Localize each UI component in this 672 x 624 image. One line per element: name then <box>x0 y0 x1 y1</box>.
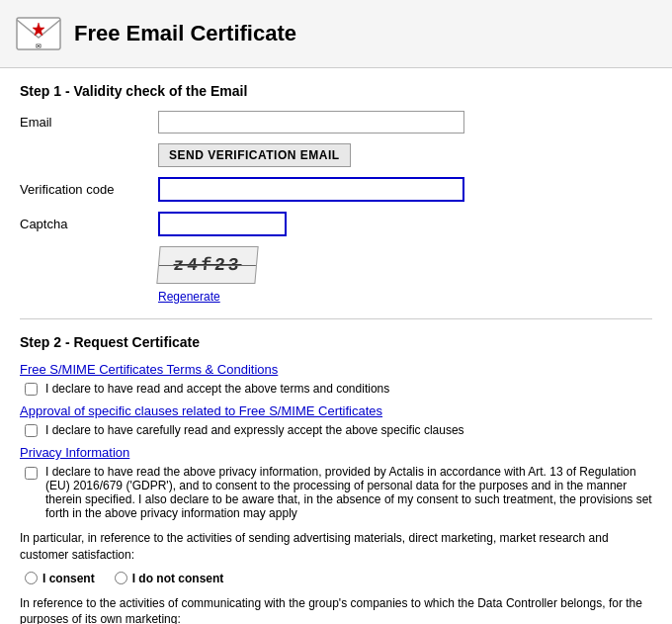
consent2-description: In reference to the activities of commun… <box>20 595 652 624</box>
privacy-checkbox-label: I declare to have read the above privacy… <box>45 465 652 520</box>
consent1-disagree-radio[interactable] <box>115 572 127 584</box>
consent1-agree-option[interactable]: I consent <box>25 572 95 585</box>
page-wrapper: ✉ Free Email Certificate Step 1 - Validi… <box>0 0 672 624</box>
terms-checkbox-row: I declare to have read and accept the ab… <box>25 382 652 396</box>
terms-checkbox[interactable] <box>25 383 38 396</box>
consent1-agree-label: I consent <box>42 572 95 585</box>
consent1-description: In particular, in reference to the activ… <box>20 530 652 564</box>
captcha-image: z4f23 <box>156 246 258 284</box>
approval-checkbox-row: I declare to have carefully read and exp… <box>25 423 652 437</box>
captcha-text: z4f23 <box>173 255 243 275</box>
header: ✉ Free Email Certificate <box>0 0 672 68</box>
send-button-row: SEND VERIFICATION EMAIL <box>20 143 652 177</box>
consent2-section: In reference to the activities of commun… <box>20 595 652 624</box>
svg-text:✉: ✉ <box>36 43 42 49</box>
approval-link[interactable]: Approval of specific clauses related to … <box>20 403 652 418</box>
step1-title: Step 1 - Validity check of the Email <box>20 83 652 99</box>
consent1-disagree-label: I do not consent <box>132 572 224 585</box>
step1-section: Step 1 - Validity check of the Email Ema… <box>20 83 652 304</box>
consent1-section: In particular, in reference to the activ… <box>20 530 652 585</box>
consent1-options: I consent I do not consent <box>25 572 652 585</box>
terms-link[interactable]: Free S/MIME Certificates Terms & Conditi… <box>20 362 652 377</box>
send-verification-button[interactable]: SEND VERIFICATION EMAIL <box>158 143 351 167</box>
content: Step 1 - Validity check of the Email Ema… <box>0 68 672 624</box>
captcha-image-section: z4f23 <box>158 246 652 284</box>
divider1 <box>20 318 652 319</box>
consent1-disagree-option[interactable]: I do not consent <box>115 572 224 585</box>
step2-title: Step 2 - Request Certificate <box>20 334 652 350</box>
verification-code-input[interactable] <box>158 177 464 202</box>
email-input[interactable] <box>158 111 464 134</box>
email-certificate-icon: ✉ <box>15 10 62 57</box>
privacy-checkbox[interactable] <box>25 467 38 480</box>
approval-checkbox[interactable] <box>25 424 38 437</box>
approval-checkbox-label: I declare to have carefully read and exp… <box>45 423 464 437</box>
privacy-link[interactable]: Privacy Information <box>20 445 652 460</box>
verification-row: Verification code <box>20 177 652 202</box>
privacy-checkbox-row: I declare to have read the above privacy… <box>25 465 652 520</box>
captcha-row: Captcha <box>20 212 652 236</box>
consent1-agree-radio[interactable] <box>25 572 38 584</box>
captcha-label: Captcha <box>20 217 158 231</box>
captcha-input[interactable] <box>158 212 287 236</box>
regenerate-link[interactable]: Regenerate <box>158 290 220 304</box>
verification-label: Verification code <box>20 182 158 197</box>
privacy-section: Privacy Information I declare to have re… <box>20 445 652 520</box>
email-row: Email <box>20 111 652 134</box>
step2-section: Step 2 - Request Certificate Free S/MIME… <box>20 334 652 624</box>
email-label: Email <box>20 115 158 130</box>
terms-checkbox-label: I declare to have read and accept the ab… <box>45 382 389 396</box>
page-title: Free Email Certificate <box>74 21 296 46</box>
